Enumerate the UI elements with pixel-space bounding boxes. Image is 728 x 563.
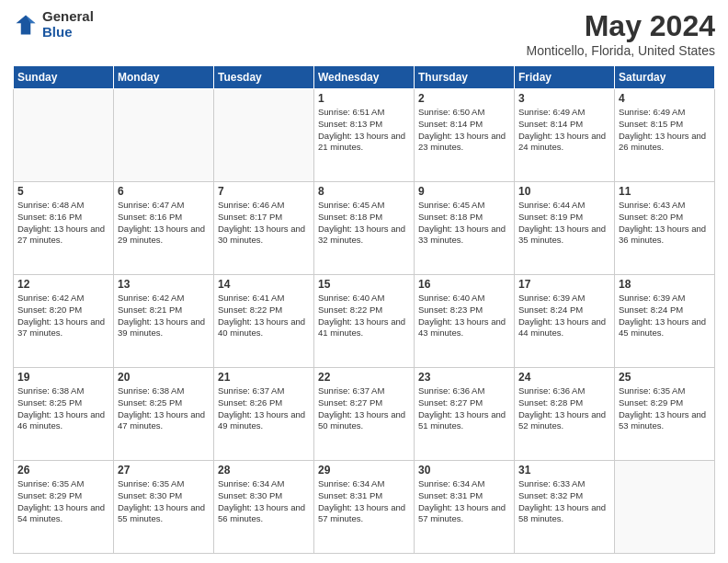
day-number: 31 [518, 464, 610, 477]
logo-general-text: General [42, 9, 94, 25]
day-info: Sunrise: 6:48 AM Sunset: 8:16 PM Dayligh… [17, 200, 109, 247]
calendar-cell [214, 89, 314, 182]
weekday-header-row: SundayMondayTuesdayWednesdayThursdayFrid… [14, 66, 715, 89]
calendar-cell: 11Sunrise: 6:43 AM Sunset: 8:20 PM Dayli… [615, 182, 715, 275]
day-info: Sunrise: 6:47 AM Sunset: 8:16 PM Dayligh… [118, 200, 210, 247]
day-info: Sunrise: 6:37 AM Sunset: 8:26 PM Dayligh… [218, 385, 310, 432]
weekday-header-thursday: Thursday [415, 66, 515, 89]
day-number: 4 [619, 92, 711, 105]
day-number: 26 [17, 464, 109, 477]
calendar-cell: 3Sunrise: 6:49 AM Sunset: 8:14 PM Daylig… [515, 89, 615, 182]
day-info: Sunrise: 6:34 AM Sunset: 8:30 PM Dayligh… [218, 478, 310, 525]
weekday-header-wednesday: Wednesday [314, 66, 415, 89]
day-number: 5 [17, 185, 109, 198]
day-info: Sunrise: 6:45 AM Sunset: 8:18 PM Dayligh… [418, 200, 510, 247]
calendar-cell: 23Sunrise: 6:36 AM Sunset: 8:27 PM Dayli… [415, 368, 515, 461]
day-number: 23 [418, 371, 510, 384]
weekday-header-tuesday: Tuesday [214, 66, 314, 89]
calendar-body: 1Sunrise: 6:51 AM Sunset: 8:13 PM Daylig… [14, 89, 715, 554]
weekday-header-monday: Monday [114, 66, 214, 89]
day-number: 7 [218, 185, 310, 198]
day-info: Sunrise: 6:40 AM Sunset: 8:23 PM Dayligh… [418, 293, 510, 339]
subtitle: Monticello, Florida, United States [527, 43, 715, 58]
calendar-cell: 12Sunrise: 6:42 AM Sunset: 8:20 PM Dayli… [14, 275, 114, 368]
day-info: Sunrise: 6:36 AM Sunset: 8:28 PM Dayligh… [518, 385, 610, 432]
day-number: 12 [17, 278, 109, 291]
day-info: Sunrise: 6:34 AM Sunset: 8:31 PM Dayligh… [418, 478, 510, 525]
logo-blue-text: Blue [42, 25, 94, 40]
day-info: Sunrise: 6:38 AM Sunset: 8:25 PM Dayligh… [118, 385, 210, 432]
calendar-cell: 4Sunrise: 6:49 AM Sunset: 8:15 PM Daylig… [615, 89, 715, 182]
day-number: 8 [318, 185, 410, 198]
day-info: Sunrise: 6:41 AM Sunset: 8:22 PM Dayligh… [218, 293, 310, 339]
weekday-header-sunday: Sunday [14, 66, 114, 89]
calendar-cell: 15Sunrise: 6:40 AM Sunset: 8:22 PM Dayli… [314, 275, 415, 368]
day-info: Sunrise: 6:39 AM Sunset: 8:24 PM Dayligh… [518, 293, 610, 339]
day-info: Sunrise: 6:35 AM Sunset: 8:29 PM Dayligh… [619, 385, 711, 432]
calendar-cell: 27Sunrise: 6:35 AM Sunset: 8:30 PM Dayli… [114, 461, 214, 554]
title-block: May 2024 Monticello, Florida, United Sta… [527, 9, 715, 58]
day-number: 27 [118, 464, 210, 477]
day-number: 11 [619, 185, 711, 198]
day-number: 3 [518, 92, 610, 105]
calendar-header: SundayMondayTuesdayWednesdayThursdayFrid… [14, 66, 715, 89]
calendar-cell: 24Sunrise: 6:36 AM Sunset: 8:28 PM Dayli… [515, 368, 615, 461]
calendar-cell: 20Sunrise: 6:38 AM Sunset: 8:25 PM Dayli… [114, 368, 214, 461]
calendar-cell: 30Sunrise: 6:34 AM Sunset: 8:31 PM Dayli… [415, 461, 515, 554]
day-info: Sunrise: 6:38 AM Sunset: 8:25 PM Dayligh… [17, 385, 109, 432]
calendar-cell: 26Sunrise: 6:35 AM Sunset: 8:29 PM Dayli… [14, 461, 114, 554]
day-info: Sunrise: 6:44 AM Sunset: 8:19 PM Dayligh… [518, 200, 610, 247]
day-info: Sunrise: 6:36 AM Sunset: 8:27 PM Dayligh… [418, 385, 510, 432]
calendar-cell: 5Sunrise: 6:48 AM Sunset: 8:16 PM Daylig… [14, 182, 114, 275]
calendar-cell: 19Sunrise: 6:38 AM Sunset: 8:25 PM Dayli… [14, 368, 114, 461]
calendar-cell: 17Sunrise: 6:39 AM Sunset: 8:24 PM Dayli… [515, 275, 615, 368]
day-number: 29 [318, 464, 410, 477]
header: General Blue May 2024 Monticello, Florid… [13, 9, 715, 58]
day-number: 1 [318, 92, 410, 105]
day-number: 21 [218, 371, 310, 384]
calendar-table: SundayMondayTuesdayWednesdayThursdayFrid… [13, 65, 715, 554]
calendar-cell [114, 89, 214, 182]
calendar-week-3: 12Sunrise: 6:42 AM Sunset: 8:20 PM Dayli… [14, 275, 715, 368]
day-info: Sunrise: 6:37 AM Sunset: 8:27 PM Dayligh… [318, 385, 410, 432]
day-info: Sunrise: 6:43 AM Sunset: 8:20 PM Dayligh… [619, 200, 711, 247]
day-info: Sunrise: 6:42 AM Sunset: 8:20 PM Dayligh… [17, 293, 109, 339]
calendar-week-2: 5Sunrise: 6:48 AM Sunset: 8:16 PM Daylig… [14, 182, 715, 275]
calendar-cell: 21Sunrise: 6:37 AM Sunset: 8:26 PM Dayli… [214, 368, 314, 461]
day-info: Sunrise: 6:33 AM Sunset: 8:32 PM Dayligh… [518, 478, 610, 525]
day-number: 30 [418, 464, 510, 477]
calendar-week-1: 1Sunrise: 6:51 AM Sunset: 8:13 PM Daylig… [14, 89, 715, 182]
logo: General Blue [13, 9, 94, 40]
calendar-cell: 6Sunrise: 6:47 AM Sunset: 8:16 PM Daylig… [114, 182, 214, 275]
day-number: 16 [418, 278, 510, 291]
calendar-cell: 25Sunrise: 6:35 AM Sunset: 8:29 PM Dayli… [615, 368, 715, 461]
calendar-week-4: 19Sunrise: 6:38 AM Sunset: 8:25 PM Dayli… [14, 368, 715, 461]
day-number: 20 [118, 371, 210, 384]
calendar-cell: 22Sunrise: 6:37 AM Sunset: 8:27 PM Dayli… [314, 368, 415, 461]
day-number: 22 [318, 371, 410, 384]
day-number: 25 [619, 371, 711, 384]
day-number: 15 [318, 278, 410, 291]
day-number: 18 [619, 278, 711, 291]
day-info: Sunrise: 6:49 AM Sunset: 8:14 PM Dayligh… [518, 107, 610, 154]
logo-icon [13, 12, 39, 38]
logo-text: General Blue [42, 9, 94, 40]
svg-marker-0 [17, 15, 36, 34]
calendar-cell: 31Sunrise: 6:33 AM Sunset: 8:32 PM Dayli… [515, 461, 615, 554]
day-info: Sunrise: 6:42 AM Sunset: 8:21 PM Dayligh… [118, 293, 210, 339]
calendar-cell: 14Sunrise: 6:41 AM Sunset: 8:22 PM Dayli… [214, 275, 314, 368]
weekday-header-friday: Friday [515, 66, 615, 89]
day-info: Sunrise: 6:45 AM Sunset: 8:18 PM Dayligh… [318, 200, 410, 247]
calendar-cell: 10Sunrise: 6:44 AM Sunset: 8:19 PM Dayli… [515, 182, 615, 275]
day-info: Sunrise: 6:50 AM Sunset: 8:14 PM Dayligh… [418, 107, 510, 154]
calendar-cell: 1Sunrise: 6:51 AM Sunset: 8:13 PM Daylig… [314, 89, 415, 182]
day-info: Sunrise: 6:35 AM Sunset: 8:30 PM Dayligh… [118, 478, 210, 525]
calendar-cell: 13Sunrise: 6:42 AM Sunset: 8:21 PM Dayli… [114, 275, 214, 368]
calendar-cell: 16Sunrise: 6:40 AM Sunset: 8:23 PM Dayli… [415, 275, 515, 368]
calendar-cell: 9Sunrise: 6:45 AM Sunset: 8:18 PM Daylig… [415, 182, 515, 275]
calendar-cell: 28Sunrise: 6:34 AM Sunset: 8:30 PM Dayli… [214, 461, 314, 554]
day-number: 9 [418, 185, 510, 198]
calendar-cell: 29Sunrise: 6:34 AM Sunset: 8:31 PM Dayli… [314, 461, 415, 554]
day-number: 6 [118, 185, 210, 198]
calendar-cell: 2Sunrise: 6:50 AM Sunset: 8:14 PM Daylig… [415, 89, 515, 182]
